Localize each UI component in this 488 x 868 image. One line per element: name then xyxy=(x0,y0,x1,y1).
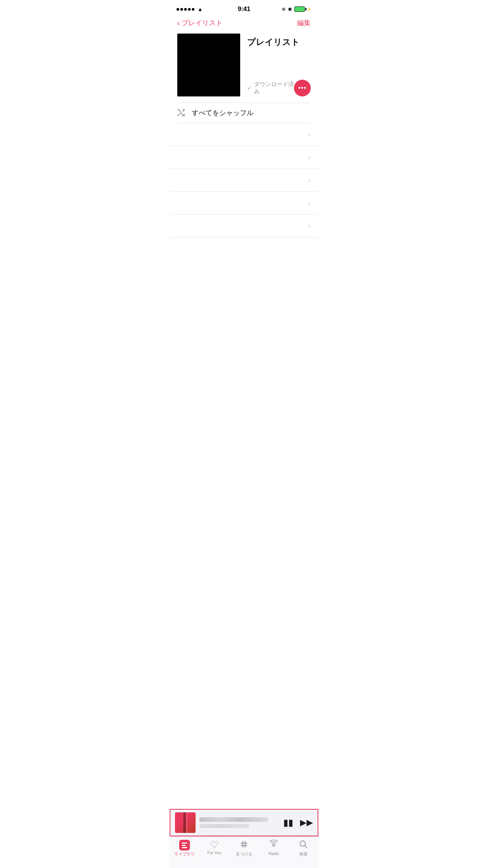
track-more-icon-5[interactable]: › xyxy=(304,221,311,230)
status-right: ⊕ ✱ ⚡ xyxy=(282,6,311,12)
track-info-2 xyxy=(177,157,304,158)
back-chevron-icon: ‹ xyxy=(177,19,180,27)
signal-dot-4 xyxy=(188,8,191,11)
download-status-label: ダウンロード済み xyxy=(254,81,294,95)
more-dots-icon: ••• xyxy=(298,85,307,91)
shuffle-row[interactable]: すべてをシャッフル xyxy=(170,103,318,123)
signal-dot-3 xyxy=(184,8,187,11)
track-info-5 xyxy=(177,226,304,226)
track-more-icon-2[interactable]: › xyxy=(304,153,311,162)
playlist-header: プレイリスト ✓ ダウンロード済み ••• xyxy=(170,30,318,103)
track-row[interactable]: › xyxy=(170,123,318,146)
back-label: プレイリスト xyxy=(181,18,223,27)
playlist-title: プレイリスト xyxy=(247,37,311,48)
more-button[interactable]: ••• xyxy=(294,80,311,96)
track-row-5[interactable]: › xyxy=(170,215,318,237)
track-row-3[interactable]: › xyxy=(170,169,318,192)
lock-icon: ⊕ xyxy=(282,6,286,12)
album-art xyxy=(177,34,240,96)
track-row-4[interactable]: › xyxy=(170,192,318,215)
signal-area: ▲ xyxy=(177,6,203,12)
bottom-spacer xyxy=(170,237,318,306)
track-more-icon-4[interactable]: › xyxy=(304,199,311,207)
track-info-3 xyxy=(177,180,304,181)
status-time: 9:41 xyxy=(238,5,250,13)
track-row-2[interactable]: › xyxy=(170,146,318,169)
track-more-icon-3[interactable]: › xyxy=(304,176,311,185)
wifi-icon: ▲ xyxy=(197,6,203,12)
signal-dot-2 xyxy=(180,8,183,11)
bluetooth-icon: ✱ xyxy=(288,6,292,12)
track-list: › › › › › xyxy=(170,123,318,237)
signal-dots xyxy=(177,8,194,11)
signal-dot-1 xyxy=(177,8,179,11)
download-status: ✓ ダウンロード済み xyxy=(247,81,294,95)
charging-icon: ⚡ xyxy=(307,7,311,11)
playlist-meta: ✓ ダウンロード済み ••• xyxy=(247,80,311,96)
status-bar: ▲ 9:41 ⊕ ✱ ⚡ xyxy=(170,0,318,17)
track-info-4 xyxy=(177,203,304,204)
shuffle-icon xyxy=(177,109,186,116)
signal-dot-5 xyxy=(192,8,194,11)
nav-bar: ‹ プレイリスト 編集 xyxy=(170,17,318,30)
check-icon: ✓ xyxy=(247,85,252,91)
shuffle-label: すべてをシャッフル xyxy=(192,108,254,117)
track-info-1 xyxy=(177,134,304,135)
back-button[interactable]: ‹ プレイリスト xyxy=(177,18,223,27)
track-more-icon-1[interactable]: › xyxy=(304,130,311,139)
playlist-info: プレイリスト ✓ ダウンロード済み ••• xyxy=(247,34,311,96)
edit-button[interactable]: 編集 xyxy=(297,18,311,27)
battery-container: ⚡ xyxy=(294,6,311,12)
battery-icon xyxy=(294,6,305,12)
